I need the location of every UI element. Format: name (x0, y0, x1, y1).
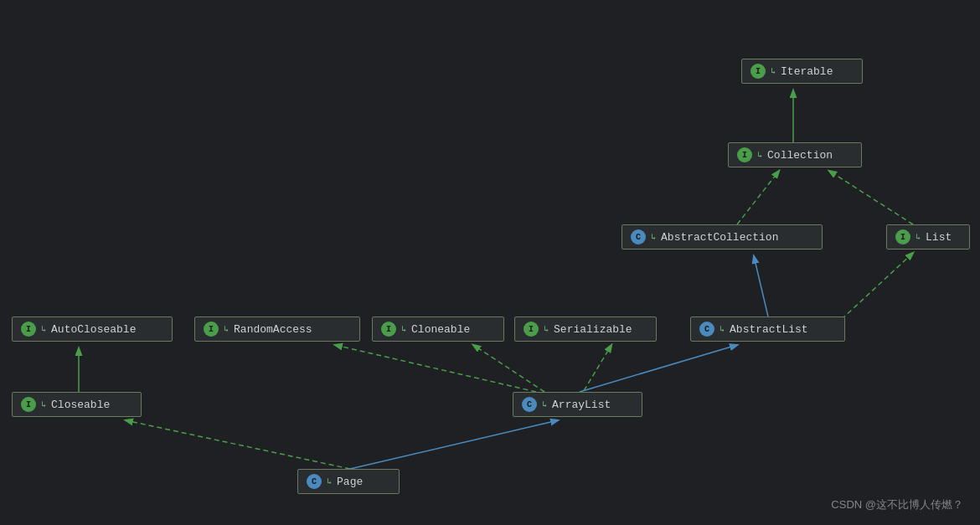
label-autocloseable: AutoCloseable (51, 323, 136, 336)
svg-line-1 (737, 171, 779, 224)
node-abstractlist: C ↳ AbstractList (690, 317, 845, 342)
interface-icon-serializable: I (524, 322, 539, 337)
node-arraylist: C ↳ ArrayList (513, 392, 642, 417)
node-list: I ↳ List (886, 224, 970, 250)
interface-icon-iterable: I (750, 64, 766, 79)
interface-icon-closeable: I (21, 397, 36, 412)
label-page: Page (337, 476, 363, 488)
svg-line-11 (350, 420, 558, 469)
label-arraylist: ArrayList (552, 399, 611, 411)
abstract-icon-abstractcollection: C (631, 229, 646, 244)
node-closeable: I ↳ Closeable (12, 392, 142, 417)
label-closeable: Closeable (51, 399, 110, 411)
interface-icon-collection: I (737, 147, 752, 162)
label-iterable: Iterable (781, 65, 833, 78)
node-iterable: I ↳ Iterable (741, 59, 863, 84)
svg-line-7 (473, 345, 544, 392)
label-collection: Collection (767, 149, 833, 162)
interface-icon-cloneable: I (381, 322, 396, 337)
node-collection: I ↳ Collection (728, 142, 862, 167)
svg-line-8 (335, 345, 536, 392)
label-abstractlist: AbstractList (730, 323, 808, 336)
svg-line-3 (754, 256, 768, 317)
label-serializable: Serializable (554, 323, 632, 336)
watermark: CSDN @这不比博人传燃？ (831, 497, 963, 512)
node-randomaccess: I ↳ RandomAccess (194, 317, 360, 342)
node-abstractcollection: C ↳ AbstractCollection (622, 224, 823, 250)
label-cloneable: Cloneable (411, 323, 470, 336)
interface-icon-list: I (895, 229, 910, 244)
abstract-icon-abstractlist: C (699, 322, 714, 337)
label-abstractcollection: AbstractCollection (661, 231, 778, 244)
svg-line-5 (580, 345, 737, 392)
svg-line-10 (126, 420, 350, 469)
svg-line-2 (829, 171, 913, 224)
class-icon-arraylist: C (522, 397, 537, 412)
label-list: List (926, 231, 952, 244)
interface-icon-randomaccess: I (204, 322, 219, 337)
node-cloneable: I ↳ Cloneable (372, 317, 504, 342)
node-page: C ↳ Page (297, 469, 400, 494)
svg-line-6 (580, 345, 611, 398)
label-randomaccess: RandomAccess (234, 323, 312, 336)
node-serializable: I ↳ Serializable (514, 317, 657, 342)
interface-icon-autocloseable: I (21, 322, 36, 337)
class-icon-page: C (307, 474, 322, 489)
node-autocloseable: I ↳ AutoCloseable (12, 317, 173, 342)
